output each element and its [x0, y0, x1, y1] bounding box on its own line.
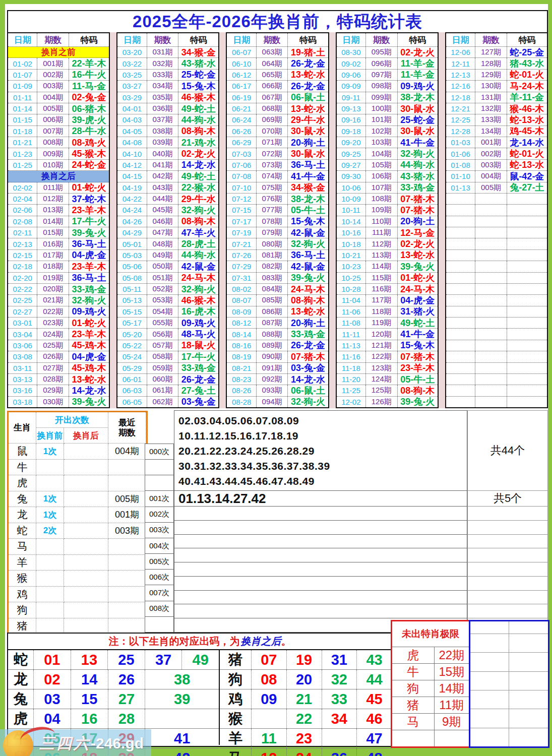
empty-cell — [470, 621, 509, 634]
draw-row: 08-26093期06-鼠-土 — [227, 385, 328, 396]
draw-row: 05-01048期28-虎-土 — [117, 238, 218, 249]
draw-period: 087期 — [257, 318, 288, 328]
draw-date: 06-10 — [227, 58, 256, 69]
limit-zodiac — [392, 730, 435, 746]
limit-periods: 9期 — [435, 713, 469, 730]
draw-row: 03-18030期39-兔-火 — [8, 397, 109, 407]
draw-code: 33-鸡-金 — [288, 329, 328, 339]
empty-cell — [470, 634, 509, 652]
draw-row: 07-06073期36-马-土 — [227, 160, 328, 171]
draw-period: 130期 — [475, 81, 507, 91]
total-empty-cell — [467, 604, 548, 618]
draw-period: 109期 — [366, 205, 397, 215]
draw-code — [507, 295, 547, 305]
draw-period: 054期 — [147, 306, 178, 317]
draw-date: 05-20 — [117, 329, 147, 339]
note-prefix: 注：以下生肖的对应出码，为 — [109, 635, 240, 648]
draw-row — [446, 329, 547, 340]
recent-period-value — [108, 539, 146, 555]
draw-period: 046期 — [147, 216, 178, 227]
draw-date — [446, 250, 475, 261]
draw-date: 11-08 — [337, 318, 366, 328]
draw-code — [507, 363, 547, 373]
draw-date: 07-21 — [227, 238, 256, 249]
draw-date: 01-23 — [8, 148, 37, 159]
draw-date: 04-19 — [117, 182, 147, 193]
mapping-number: 25 — [108, 650, 145, 669]
draw-period: 102期 — [366, 126, 397, 137]
mapping-number: 22 — [287, 709, 322, 728]
column-header: 日期 — [8, 33, 37, 46]
watermark-sep: - — [91, 735, 96, 751]
draw-row: 09-25104期32-狗-火 — [337, 148, 438, 159]
draw-date: 12-16 — [446, 81, 475, 91]
draw-row: 09-18102期30-鼠-水 — [337, 126, 438, 137]
freq-zero-line: 30.31.32.33.34.35.36.37.38.39 — [178, 459, 467, 474]
freq-one-cell: 01.13.14.27.42 — [174, 490, 467, 507]
mapping-row: 虎041628 — [8, 709, 219, 729]
draw-code: 41-牛-金 — [398, 137, 438, 148]
draws-group: 日期期数特码12-06127期蛇-25-金12-11128期猪-43-水12-1… — [445, 32, 548, 408]
draw-date: 02-06 — [8, 205, 37, 215]
count-after-value — [64, 523, 108, 539]
draw-period: 072期 — [257, 148, 288, 159]
mapping-number: 41 — [145, 729, 219, 748]
draw-row: 11-20124期05-牛-土 — [337, 374, 438, 385]
column-header: 期数 — [366, 33, 397, 46]
draw-row: 03-06025期45-鸡-木 — [8, 340, 109, 351]
draw-period: 062期 — [147, 397, 178, 407]
draw-date: 04-22 — [117, 194, 147, 204]
draw-period: 104期 — [366, 148, 397, 159]
draw-row: 12-28134期鸡-45-木 — [446, 126, 547, 137]
draw-date: 11-16 — [337, 351, 366, 362]
mapping-zodiac: 猴 — [220, 709, 252, 728]
column-header: 特码 — [178, 33, 218, 46]
draw-period: 111期 — [366, 227, 397, 238]
limit-zodiac: 虎 — [392, 647, 435, 663]
draw-row: 05-11052期32-狗-火 — [117, 284, 218, 295]
draw-period: 057期 — [147, 340, 178, 351]
draw-row: 11-08119期49-蛇-土 — [337, 318, 438, 329]
draw-row: 04-08039期21-鸡-水 — [117, 137, 218, 148]
draw-date: 01-02 — [8, 58, 37, 69]
draw-period: 026期 — [37, 351, 69, 362]
freq-empty-cell — [174, 520, 467, 535]
draw-date: 03-11 — [8, 363, 37, 373]
draw-period: 051期 — [147, 273, 178, 283]
draw-period: 013期 — [37, 205, 69, 215]
draw-period: 040期 — [147, 148, 178, 159]
draw-code: 11-马-金 — [69, 81, 109, 91]
mapping-number: 13 — [71, 650, 108, 669]
draw-code: 39-兔-火 — [69, 227, 109, 238]
draw-row: 08-19090期07-猪-木 — [227, 351, 328, 362]
draw-code: 11-羊-金 — [398, 70, 438, 80]
draw-date: 07-17 — [227, 216, 256, 227]
draw-row: 05-29059期33-鸡-金 — [117, 363, 218, 374]
limit-periods — [435, 730, 469, 746]
draw-row: 07-10075期34-猴-金 — [227, 182, 328, 194]
draw-code: 23-羊-木 — [69, 261, 109, 272]
draw-period — [475, 351, 507, 362]
draw-row: 11-06118期31-猪-火 — [337, 306, 438, 318]
mapping-number: 31 — [322, 650, 357, 669]
draw-date: 11-25 — [337, 385, 366, 396]
mapping-zodiac: 兔 — [8, 689, 34, 709]
draw-period — [475, 261, 507, 272]
draw-date: 11-18 — [337, 363, 366, 373]
draw-period: 098期 — [366, 81, 397, 91]
draw-date: 02-02 — [8, 182, 37, 193]
draw-period: 049期 — [147, 250, 178, 261]
draw-code: 08-狗-木 — [178, 126, 218, 137]
draw-date — [446, 329, 475, 339]
draw-code: 49-蛇-土 — [178, 171, 218, 181]
draw-period: 123期 — [366, 363, 397, 373]
mapping-number: 21 — [287, 689, 322, 709]
draw-code: 46-猴-木 — [178, 92, 218, 103]
draw-row — [446, 284, 547, 295]
watermark-domain: 246.gd — [96, 735, 144, 751]
mapping-zodiac: 羊 — [220, 729, 252, 748]
draw-code — [507, 273, 547, 283]
draw-row: 06-26070期30-鼠-水 — [227, 126, 328, 137]
draw-code: 07-猪-木 — [288, 351, 328, 362]
draw-code: 44-狗-水 — [398, 160, 438, 170]
